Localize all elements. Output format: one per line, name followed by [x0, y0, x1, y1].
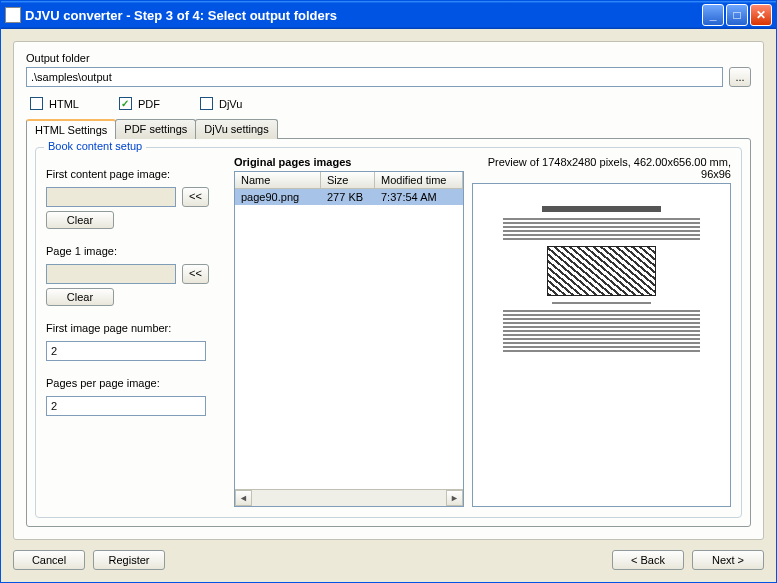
- minimize-button[interactable]: _: [702, 4, 724, 26]
- pages-per-label: Pages per page image:: [46, 377, 226, 389]
- images-list[interactable]: Name Size Modified time page90.png 277 K…: [234, 171, 464, 507]
- maximize-button[interactable]: □: [726, 4, 748, 26]
- horizontal-scrollbar[interactable]: ◄ ►: [235, 489, 463, 506]
- format-checkboxes: HTML ✓PDF DjVu: [26, 97, 751, 110]
- back-button[interactable]: < Back: [612, 550, 684, 570]
- djvu-checkbox-label: DjVu: [219, 98, 242, 110]
- browse-button[interactable]: ...: [729, 67, 751, 87]
- assign-first-content-button[interactable]: <<: [182, 187, 209, 207]
- register-button[interactable]: Register: [93, 550, 165, 570]
- preview-caption: [552, 302, 651, 304]
- window-title: DJVU converter - Step 3 of 4: Select out…: [25, 8, 702, 23]
- output-folder-label: Output folder: [26, 52, 751, 64]
- clear-page1-button[interactable]: Clear: [46, 288, 114, 306]
- list-title: Original pages images: [234, 156, 464, 168]
- col-name[interactable]: Name: [235, 172, 321, 188]
- preview-paragraph: [503, 218, 700, 240]
- html-checkbox-label: HTML: [49, 98, 79, 110]
- output-folder-input[interactable]: [26, 67, 723, 87]
- preview-box: [472, 183, 731, 507]
- tab-djvu-settings[interactable]: DjVu settings: [195, 119, 277, 139]
- col-size[interactable]: Size: [321, 172, 375, 188]
- tabs: HTML Settings PDF settings DjVu settings: [26, 118, 751, 138]
- main-panel: Output folder ... HTML ✓PDF DjVu HTML Se…: [13, 41, 764, 540]
- first-num-label: First image page number:: [46, 322, 226, 334]
- preview-info: Preview of 1748x2480 pixels, 462.00x656.…: [472, 156, 731, 180]
- fieldset-legend: Book content setup: [44, 140, 146, 152]
- app-icon: [5, 7, 21, 23]
- tab-pdf-settings[interactable]: PDF settings: [115, 119, 196, 139]
- preview-illustration: [547, 246, 655, 296]
- pages-per-input[interactable]: [46, 396, 206, 416]
- preview-heading: [542, 206, 660, 212]
- tab-body: Book content setup First content page im…: [26, 138, 751, 527]
- scroll-track[interactable]: [252, 490, 446, 506]
- left-column: First content page image: << Clear Page …: [46, 156, 226, 507]
- djvu-checkbox[interactable]: DjVu: [200, 97, 242, 110]
- page1-label: Page 1 image:: [46, 245, 226, 257]
- preview-paragraph-2: [503, 310, 700, 352]
- cell-name: page90.png: [235, 189, 321, 205]
- cell-time: 7:37:54 AM: [375, 189, 463, 205]
- first-content-input[interactable]: [46, 187, 176, 207]
- tab-html-settings[interactable]: HTML Settings: [26, 119, 116, 139]
- list-item[interactable]: page90.png 277 KB 7:37:54 AM: [235, 189, 463, 205]
- button-row: Cancel Register < Back Next >: [13, 540, 764, 570]
- first-num-input[interactable]: [46, 341, 206, 361]
- center-column: Original pages images Name Size Modified…: [234, 156, 464, 507]
- close-button[interactable]: ✕: [750, 4, 772, 26]
- cancel-button[interactable]: Cancel: [13, 550, 85, 570]
- scroll-right-button[interactable]: ►: [446, 490, 463, 506]
- window: DJVU converter - Step 3 of 4: Select out…: [0, 0, 777, 583]
- first-content-label: First content page image:: [46, 168, 226, 180]
- cell-size: 277 KB: [321, 189, 375, 205]
- page1-input[interactable]: [46, 264, 176, 284]
- clear-first-content-button[interactable]: Clear: [46, 211, 114, 229]
- assign-page1-button[interactable]: <<: [182, 264, 209, 284]
- next-button[interactable]: Next >: [692, 550, 764, 570]
- col-time[interactable]: Modified time: [375, 172, 463, 188]
- content: Output folder ... HTML ✓PDF DjVu HTML Se…: [1, 29, 776, 582]
- right-column: Preview of 1748x2480 pixels, 462.00x656.…: [472, 156, 731, 507]
- titlebar[interactable]: DJVU converter - Step 3 of 4: Select out…: [1, 1, 776, 29]
- scroll-left-button[interactable]: ◄: [235, 490, 252, 506]
- pdf-checkbox-label: PDF: [138, 98, 160, 110]
- pdf-checkbox[interactable]: ✓PDF: [119, 97, 160, 110]
- list-header: Name Size Modified time: [235, 172, 463, 189]
- html-checkbox[interactable]: HTML: [30, 97, 79, 110]
- book-content-fieldset: Book content setup First content page im…: [35, 147, 742, 518]
- preview-page: [487, 198, 716, 492]
